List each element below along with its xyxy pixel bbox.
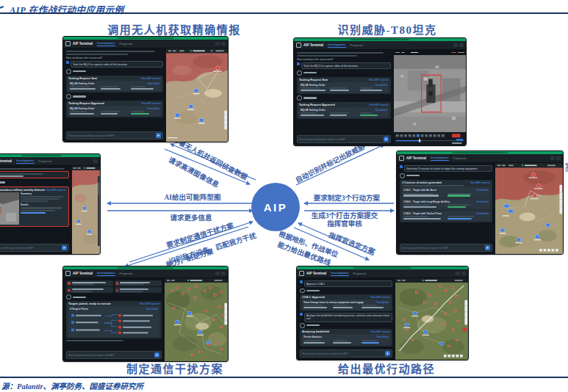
- app-title: AIP Terminal: [73, 42, 93, 46]
- show-aip-response-link[interactable]: Show AIP response: [140, 302, 159, 305]
- window-drone-tasking: AIP Terminal Investigations Proposals Ho…: [63, 37, 228, 142]
- chat-input[interactable]: Start typing something to explore with A…: [66, 351, 162, 359]
- tasking-sent-card: Tasking Request SentShow AIP response MQ…: [66, 76, 163, 93]
- classification-banner: [397, 151, 563, 154]
- chat-input-placeholder: Start typing something to explore with A…: [0, 247, 60, 250]
- video-controls[interactable]: [394, 132, 466, 145]
- show-aip-response-link[interactable]: Show AIP response: [369, 79, 389, 81]
- show-aip-response-link[interactable]: Show AIP response: [141, 102, 161, 105]
- classification-banner: [294, 38, 466, 41]
- window-controls[interactable]: [215, 42, 226, 46]
- chat-input[interactable]: Start typing something to explore with A…: [297, 135, 391, 143]
- highlighted-user-message: [0, 171, 69, 178]
- window-controls[interactable]: [93, 159, 98, 163]
- app-title: AIP Terminal: [303, 43, 323, 47]
- window-optimal-route: AIP Terminal Investigations Proposals Ap…: [297, 266, 468, 360]
- drone-video-feed: [394, 55, 466, 132]
- view-details-link[interactable]: View details: [377, 301, 389, 304]
- view-details-link[interactable]: View details: [477, 200, 489, 203]
- window-jamming-plan: AIP Terminal Investigations Proposals Ta…: [63, 266, 228, 361]
- tab-proposals[interactable]: Proposals: [353, 272, 367, 275]
- source-divider: [0, 377, 568, 378]
- tab-proposals[interactable]: Proposals: [120, 42, 133, 46]
- terrain-map: [165, 278, 228, 361]
- aip-logo-icon: [65, 271, 71, 276]
- summary-heading: Summary: [21, 192, 66, 195]
- tab-investigations[interactable]: Investigations: [97, 41, 115, 46]
- window-controls[interactable]: [550, 156, 561, 160]
- title-underline: [0, 12, 568, 14]
- chat-input[interactable]: Start typing something to explore with A…: [300, 349, 392, 357]
- app-header: AIP Terminal Investigations Proposals: [63, 40, 228, 48]
- view-details-link[interactable]: View details: [477, 189, 489, 192]
- show-aip-response-link[interactable]: Show AIP response: [46, 189, 66, 192]
- tab-investigations[interactable]: Investigations: [431, 156, 448, 161]
- view-details-link[interactable]: View details: [375, 109, 387, 112]
- aip-response-row: [300, 323, 392, 328]
- map-panel[interactable]: [72, 166, 100, 254]
- chat-input[interactable]: Start typing something to explore with A…: [0, 244, 69, 252]
- map-panel[interactable]: [165, 278, 228, 361]
- label-bottom-right: 给出最优行动路径: [338, 360, 435, 376]
- aip-avatar-icon: [300, 323, 305, 328]
- coa-approved-card: COA 1: ApprovedShow AIP response Team Om…: [300, 294, 392, 312]
- video-panel[interactable]: [394, 50, 466, 145]
- targets-paired-card: Targets paired, ready to executeShow AIP…: [66, 301, 162, 338]
- video-toolbar: [394, 50, 466, 55]
- aip-center-node: AIP: [251, 183, 300, 231]
- view-details-link[interactable]: View details: [477, 212, 489, 215]
- tab-investigations[interactable]: Investigations: [328, 43, 345, 48]
- show-aip-response-link[interactable]: Show AIP response: [370, 296, 390, 299]
- user-avatar-icon: [297, 62, 300, 65]
- app-title: AIP Terminal: [406, 156, 426, 160]
- view-details-link[interactable]: View details: [148, 107, 159, 110]
- assistant-message: How would you like to proceed?: [297, 58, 391, 61]
- send-button[interactable]: ➤: [385, 351, 390, 356]
- text-line-placeholder: [66, 340, 123, 341]
- view-details-link[interactable]: View details: [146, 308, 158, 311]
- map-panel[interactable]: [166, 48, 228, 142]
- view-details-link[interactable]: View details: [375, 84, 387, 87]
- send-button[interactable]: ➤: [154, 352, 159, 357]
- tab-proposals[interactable]: Proposals: [39, 159, 52, 163]
- aip-response-row: [297, 95, 391, 101]
- user-avatar-icon: [400, 165, 403, 168]
- tasking-approved-card: Tasking Request ApprovedShow AIP respons…: [66, 101, 163, 118]
- show-aip-response-link[interactable]: Show AIP response: [141, 77, 161, 80]
- tab-investigations[interactable]: Investigations: [331, 271, 348, 276]
- window-controls[interactable]: [456, 272, 466, 275]
- map-panel[interactable]: [495, 163, 563, 254]
- window-controls[interactable]: [215, 272, 226, 275]
- app-title: AIP Terminal: [306, 272, 326, 275]
- tab-proposals[interactable]: Proposals: [120, 272, 133, 275]
- tab-proposals[interactable]: Proposals: [453, 156, 467, 160]
- user-avatar-icon: [300, 313, 303, 316]
- app-header: AIP Terminal Investigations Proposals: [294, 41, 466, 50]
- show-aip-response-link[interactable]: Show AIP response: [369, 104, 389, 106]
- tab-investigations[interactable]: Investigations: [16, 159, 34, 164]
- threat-icon: [68, 289, 71, 292]
- show-aip-response-link[interactable]: Show AIP response: [470, 181, 490, 184]
- send-button[interactable]: ➤: [384, 137, 389, 142]
- aip-logo-icon: [399, 156, 404, 161]
- map-panel[interactable]: [395, 278, 468, 360]
- chat-input[interactable]: Start typing something to explore with A…: [66, 131, 163, 139]
- aip-avatar-icon: [297, 95, 302, 101]
- chat-input[interactable]: Start typing something to explore with A…: [400, 244, 492, 252]
- tab-proposals[interactable]: Proposals: [350, 43, 364, 47]
- user-message: Analyze the battlefield considering terr…: [300, 313, 392, 322]
- classification-banner: [63, 266, 228, 269]
- view-details-link[interactable]: View details: [148, 82, 159, 85]
- tab-investigations[interactable]: Investigations: [97, 271, 115, 276]
- aip-response-row: [66, 94, 163, 99]
- send-button[interactable]: ➤: [485, 245, 490, 250]
- send-button[interactable]: ➤: [156, 133, 161, 138]
- detected-emitters-grid: [66, 280, 162, 293]
- window-controls[interactable]: [453, 43, 464, 47]
- aip-response-row: [297, 70, 391, 76]
- threat-icon: [116, 289, 119, 292]
- send-button[interactable]: ➤: [62, 245, 67, 250]
- label-top-left: 调用无人机获取精确情报: [107, 21, 241, 37]
- show-aip-response-link[interactable]: Show AIP response: [370, 330, 390, 333]
- view-details-link[interactable]: View details: [377, 335, 389, 338]
